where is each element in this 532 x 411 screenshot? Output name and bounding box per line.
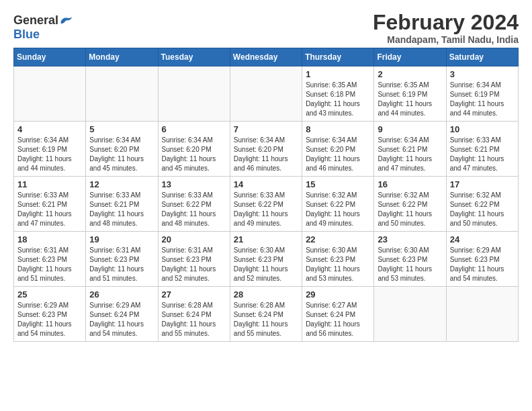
day-number: 14 [234, 179, 298, 189]
logo: General Blue [13, 13, 73, 42]
table-row: 14Sunrise: 6:33 AM Sunset: 6:22 PM Dayli… [230, 177, 302, 232]
day-detail: Sunrise: 6:34 AM Sunset: 6:19 PM Dayligh… [450, 81, 515, 118]
header-tuesday: Tuesday [158, 48, 230, 66]
day-number: 4 [17, 124, 82, 134]
header-friday: Friday [374, 48, 446, 66]
day-number: 22 [306, 234, 370, 244]
table-row [374, 287, 446, 342]
calendar-week-row: 18Sunrise: 6:31 AM Sunset: 6:23 PM Dayli… [14, 232, 519, 287]
day-detail: Sunrise: 6:31 AM Sunset: 6:23 PM Dayligh… [17, 246, 82, 283]
day-detail: Sunrise: 6:34 AM Sunset: 6:19 PM Dayligh… [17, 136, 82, 173]
title-block: February 2024 Mandapam, Tamil Nadu, Indi… [373, 11, 519, 45]
day-detail: Sunrise: 6:32 AM Sunset: 6:22 PM Dayligh… [306, 191, 370, 228]
day-number: 13 [162, 179, 226, 189]
header-saturday: Saturday [446, 48, 518, 66]
day-detail: Sunrise: 6:27 AM Sunset: 6:24 PM Dayligh… [306, 301, 370, 338]
logo-blue-text: Blue [13, 28, 40, 42]
table-row: 13Sunrise: 6:33 AM Sunset: 6:22 PM Dayli… [158, 177, 230, 232]
day-number: 20 [162, 234, 226, 244]
logo-general-text: General [13, 13, 58, 28]
table-row: 7Sunrise: 6:34 AM Sunset: 6:20 PM Daylig… [230, 122, 302, 177]
logo-bird-icon [60, 15, 73, 26]
table-row: 11Sunrise: 6:33 AM Sunset: 6:21 PM Dayli… [14, 177, 86, 232]
day-number: 29 [306, 289, 370, 300]
day-number: 5 [89, 124, 154, 134]
table-row: 18Sunrise: 6:31 AM Sunset: 6:23 PM Dayli… [14, 232, 86, 287]
day-detail: Sunrise: 6:33 AM Sunset: 6:22 PM Dayligh… [162, 191, 226, 228]
day-detail: Sunrise: 6:30 AM Sunset: 6:23 PM Dayligh… [234, 246, 298, 283]
table-row: 8Sunrise: 6:34 AM Sunset: 6:20 PM Daylig… [302, 122, 374, 177]
table-row [158, 66, 230, 122]
day-number: 19 [89, 234, 154, 244]
day-number: 12 [89, 179, 154, 189]
calendar-week-row: 1Sunrise: 6:35 AM Sunset: 6:18 PM Daylig… [14, 66, 519, 122]
calendar-header-row: Sunday Monday Tuesday Wednesday Thursday… [14, 48, 519, 66]
day-detail: Sunrise: 6:30 AM Sunset: 6:23 PM Dayligh… [378, 246, 442, 283]
table-row: 25Sunrise: 6:29 AM Sunset: 6:23 PM Dayli… [14, 287, 86, 342]
day-number: 10 [450, 124, 515, 134]
day-detail: Sunrise: 6:30 AM Sunset: 6:23 PM Dayligh… [306, 246, 370, 283]
day-number: 7 [234, 124, 298, 134]
table-row: 28Sunrise: 6:28 AM Sunset: 6:24 PM Dayli… [230, 287, 302, 342]
day-detail: Sunrise: 6:29 AM Sunset: 6:23 PM Dayligh… [17, 301, 82, 338]
table-row: 9Sunrise: 6:34 AM Sunset: 6:21 PM Daylig… [374, 122, 446, 177]
day-detail: Sunrise: 6:28 AM Sunset: 6:24 PM Dayligh… [162, 301, 226, 338]
day-number: 21 [234, 234, 298, 244]
table-row: 12Sunrise: 6:33 AM Sunset: 6:21 PM Dayli… [86, 177, 158, 232]
day-number: 11 [17, 179, 82, 189]
table-row: 4Sunrise: 6:34 AM Sunset: 6:19 PM Daylig… [14, 122, 86, 177]
table-row: 29Sunrise: 6:27 AM Sunset: 6:24 PM Dayli… [302, 287, 374, 342]
header-sunday: Sunday [14, 48, 86, 66]
table-row: 10Sunrise: 6:33 AM Sunset: 6:21 PM Dayli… [446, 122, 518, 177]
header-monday: Monday [86, 48, 158, 66]
calendar-table: Sunday Monday Tuesday Wednesday Thursday… [13, 48, 519, 342]
day-detail: Sunrise: 6:34 AM Sunset: 6:20 PM Dayligh… [162, 136, 226, 173]
day-detail: Sunrise: 6:35 AM Sunset: 6:18 PM Dayligh… [306, 81, 370, 118]
day-number: 6 [162, 124, 226, 134]
page: General Blue February 2024 Mandapam, Tam… [0, 0, 532, 411]
table-row: 2Sunrise: 6:35 AM Sunset: 6:19 PM Daylig… [374, 66, 446, 122]
day-detail: Sunrise: 6:29 AM Sunset: 6:24 PM Dayligh… [89, 301, 154, 338]
day-number: 8 [306, 124, 370, 134]
table-row: 26Sunrise: 6:29 AM Sunset: 6:24 PM Dayli… [86, 287, 158, 342]
table-row: 5Sunrise: 6:34 AM Sunset: 6:20 PM Daylig… [86, 122, 158, 177]
day-detail: Sunrise: 6:32 AM Sunset: 6:22 PM Dayligh… [378, 191, 442, 228]
table-row [230, 66, 302, 122]
table-row: 17Sunrise: 6:32 AM Sunset: 6:22 PM Dayli… [446, 177, 518, 232]
table-row: 20Sunrise: 6:31 AM Sunset: 6:23 PM Dayli… [158, 232, 230, 287]
day-detail: Sunrise: 6:31 AM Sunset: 6:23 PM Dayligh… [89, 246, 154, 283]
day-detail: Sunrise: 6:33 AM Sunset: 6:21 PM Dayligh… [89, 191, 154, 228]
day-number: 26 [89, 289, 154, 300]
table-row: 15Sunrise: 6:32 AM Sunset: 6:22 PM Dayli… [302, 177, 374, 232]
table-row: 24Sunrise: 6:29 AM Sunset: 6:23 PM Dayli… [446, 232, 518, 287]
calendar-week-row: 25Sunrise: 6:29 AM Sunset: 6:23 PM Dayli… [14, 287, 519, 342]
calendar-week-row: 4Sunrise: 6:34 AM Sunset: 6:19 PM Daylig… [14, 122, 519, 177]
day-detail: Sunrise: 6:34 AM Sunset: 6:21 PM Dayligh… [378, 136, 442, 173]
day-number: 25 [17, 289, 82, 300]
header-wednesday: Wednesday [230, 48, 302, 66]
calendar-week-row: 11Sunrise: 6:33 AM Sunset: 6:21 PM Dayli… [14, 177, 519, 232]
calendar-subtitle: Mandapam, Tamil Nadu, India [373, 34, 519, 45]
header-row: General Blue February 2024 Mandapam, Tam… [13, 11, 519, 45]
day-detail: Sunrise: 6:34 AM Sunset: 6:20 PM Dayligh… [306, 136, 370, 173]
day-number: 17 [450, 179, 515, 189]
header-thursday: Thursday [302, 48, 374, 66]
day-detail: Sunrise: 6:33 AM Sunset: 6:21 PM Dayligh… [450, 136, 515, 173]
day-detail: Sunrise: 6:34 AM Sunset: 6:20 PM Dayligh… [89, 136, 154, 173]
day-detail: Sunrise: 6:33 AM Sunset: 6:22 PM Dayligh… [234, 191, 298, 228]
day-number: 3 [450, 69, 515, 79]
table-row: 19Sunrise: 6:31 AM Sunset: 6:23 PM Dayli… [86, 232, 158, 287]
calendar-title: February 2024 [373, 11, 519, 34]
day-detail: Sunrise: 6:31 AM Sunset: 6:23 PM Dayligh… [162, 246, 226, 283]
day-number: 2 [378, 69, 442, 79]
day-detail: Sunrise: 6:28 AM Sunset: 6:24 PM Dayligh… [234, 301, 298, 338]
day-number: 28 [234, 289, 298, 300]
day-detail: Sunrise: 6:33 AM Sunset: 6:21 PM Dayligh… [17, 191, 82, 228]
day-number: 1 [306, 69, 370, 79]
day-number: 18 [17, 234, 82, 244]
table-row: 22Sunrise: 6:30 AM Sunset: 6:23 PM Dayli… [302, 232, 374, 287]
table-row: 3Sunrise: 6:34 AM Sunset: 6:19 PM Daylig… [446, 66, 518, 122]
day-detail: Sunrise: 6:32 AM Sunset: 6:22 PM Dayligh… [450, 191, 515, 228]
table-row: 23Sunrise: 6:30 AM Sunset: 6:23 PM Dayli… [374, 232, 446, 287]
table-row: 16Sunrise: 6:32 AM Sunset: 6:22 PM Dayli… [374, 177, 446, 232]
